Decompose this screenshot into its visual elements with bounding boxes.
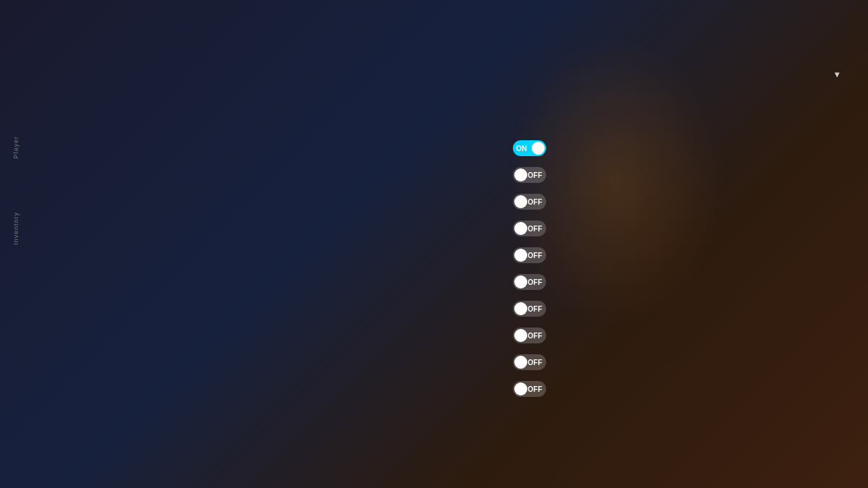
sidebar-label-player: Player [12, 136, 20, 159]
toggle-label-9: OFF [528, 385, 542, 393]
toggle-switch-9[interactable]: OFF [513, 381, 546, 397]
toggle-switch-7[interactable]: OFF [513, 328, 546, 343]
sidebar-label-inventory: Inventory [12, 212, 20, 245]
play-chevron-icon: ▾ [835, 69, 839, 80]
toggle-label-8: OFF [528, 359, 542, 367]
toggle-switch-8[interactable]: OFF [513, 354, 546, 370]
toggle-knob-7 [514, 329, 527, 342]
toggle-label-7: OFF [528, 332, 542, 340]
toggle-knob-8 [514, 356, 527, 369]
toggle-knob-9 [514, 382, 527, 395]
